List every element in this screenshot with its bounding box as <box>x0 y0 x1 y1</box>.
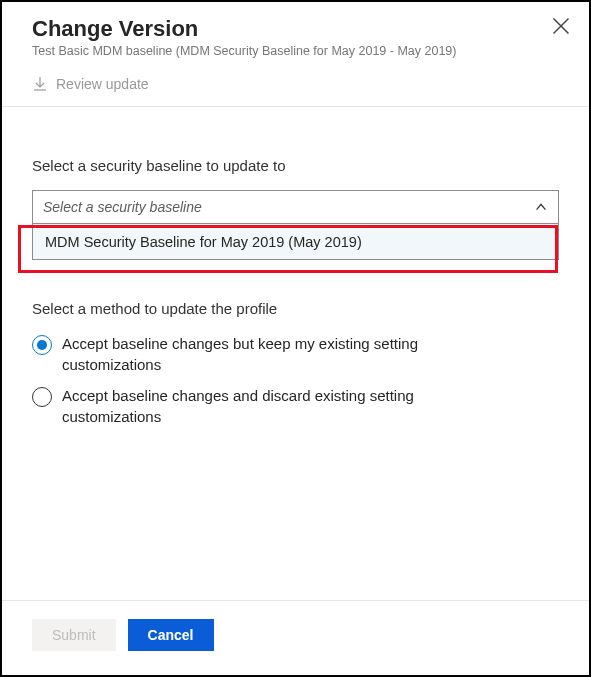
method-radio-group: Accept baseline changes but keep my exis… <box>32 333 559 427</box>
dropdown-placeholder: Select a security baseline <box>43 199 534 215</box>
method-option-keep[interactable]: Accept baseline changes but keep my exis… <box>32 333 559 375</box>
change-version-panel: Change Version Test Basic MDM baseline (… <box>2 2 589 675</box>
panel-title: Change Version <box>32 16 569 42</box>
close-icon <box>551 16 571 36</box>
footer: Submit Cancel <box>2 600 589 675</box>
review-update-button[interactable]: Review update <box>2 70 589 107</box>
review-update-label: Review update <box>56 76 149 92</box>
content-area: Select a security baseline to update to … <box>2 107 589 600</box>
chevron-up-icon <box>534 200 548 214</box>
method-section: Select a method to update the profile Ac… <box>32 300 559 427</box>
submit-button: Submit <box>32 619 116 651</box>
panel-subtitle: Test Basic MDM baseline (MDM Security Ba… <box>32 44 569 58</box>
method-option-keep-label: Accept baseline changes but keep my exis… <box>62 333 492 375</box>
baseline-option[interactable]: MDM Security Baseline for May 2019 (May … <box>32 224 559 260</box>
method-option-discard[interactable]: Accept baseline changes and discard exis… <box>32 385 559 427</box>
cancel-button[interactable]: Cancel <box>128 619 214 651</box>
baseline-section-label: Select a security baseline to update to <box>32 157 559 174</box>
radio-unselected-icon <box>32 387 52 407</box>
panel-header: Change Version Test Basic MDM baseline (… <box>2 2 589 70</box>
baseline-dropdown[interactable]: Select a security baseline <box>32 190 559 224</box>
baseline-option-label: MDM Security Baseline for May 2019 (May … <box>45 234 362 250</box>
close-button[interactable] <box>551 16 571 36</box>
download-icon <box>32 76 48 92</box>
radio-selected-icon <box>32 335 52 355</box>
method-section-label: Select a method to update the profile <box>32 300 559 317</box>
method-option-discard-label: Accept baseline changes and discard exis… <box>62 385 492 427</box>
